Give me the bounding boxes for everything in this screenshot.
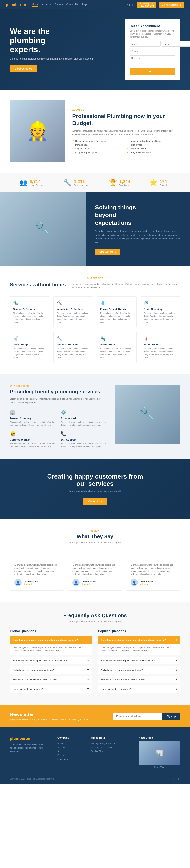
service-title-2: Facket & Leak Repair — [100, 308, 133, 311]
googleplus-icon[interactable]: g+ — [131, 4, 134, 6]
faq-toggle-icon-g4: ∨ — [87, 687, 89, 690]
newsletter-heading: Newsletter — [10, 712, 107, 717]
newsletter-signup-btn[interactable]: Sign Up — [162, 713, 180, 720]
form-email-input[interactable] — [162, 41, 190, 47]
footer-link-about[interactable]: About Us — [57, 746, 65, 748]
facebook-icon[interactable]: f — [127, 4, 128, 6]
footer-link-legal[interactable]: Legal Notes — [57, 758, 68, 761]
feature-title-2: Certified Worker — [10, 438, 56, 441]
service-title-4: Toilet Setup — [13, 343, 46, 346]
faq-question-g4[interactable]: Dui vel vulputate naseutur non? ∨ — [10, 685, 92, 693]
footer-company-title: Company — [57, 736, 85, 739]
stat-label-3: Professional — [160, 184, 170, 186]
testimonials-grid: " Et gravida elementum tincidunt eros lo… — [10, 551, 180, 591]
friendly-image: 🔧 — [115, 385, 180, 444]
professional-description: A member of feugiat odio finibus risus v… — [72, 129, 180, 136]
happy-description: Lorem ipsum dolor sit amet consectetur a… — [69, 490, 121, 492]
form-phone-input[interactable] — [130, 48, 175, 54]
feature-title-3: 24/7 Support — [61, 438, 107, 441]
faq-question-p1[interactable]: Partrier oss parturient aliquam habitant… — [98, 657, 180, 664]
get-appointment-btn[interactable]: Get An Appointment — [159, 2, 184, 7]
faq-question-p3[interactable]: Fermentum suscipit feliqueue pretium fac… — [98, 676, 180, 683]
nav-service[interactable]: Service — [55, 3, 63, 6]
service-icon-5: 🔧 — [57, 336, 90, 341]
quote-icon-0: " — [14, 555, 59, 561]
footer-hours-2: Sunday: Closed — [91, 749, 133, 753]
newsletter-content: Newsletter Sign up to receive latest or … — [10, 712, 107, 721]
hero-discover-btn[interactable]: Discover More — [10, 65, 37, 72]
service-card-2: 💧 Facket & Leak Repair Eiusmod dolorem f… — [97, 296, 136, 328]
faq-popular-3: Fermentum suscipit feliqueue pretium fac… — [98, 676, 180, 683]
check-item-1: ✓Nascetur sed pretium nec libero — [72, 140, 126, 142]
nav-home[interactable]: Home — [32, 3, 38, 6]
footer-link-gallery[interactable]: Gallery — [57, 754, 64, 756]
footer-office-title: Head Office — [138, 736, 180, 739]
footer-link-service[interactable]: Service — [57, 750, 64, 752]
form-submit-btn[interactable]: Submit — [130, 68, 175, 75]
faq-popular-1: Partrier oss parturient aliquam habitant… — [98, 656, 180, 664]
faq-question-g2[interactable]: Nulla dapibus cus lorem tempor parturien… — [10, 666, 92, 674]
twitter-icon[interactable]: t — [129, 4, 130, 6]
faq-question-p2[interactable]: Nulla dapibus cus lorem tempor parturien… — [98, 666, 180, 674]
friendly-feature-2: 👷 Certified Worker Eiusmod dolorem fauci… — [10, 431, 56, 448]
testimonial-text-0: Et gravida elementum tincidunt eros lobo… — [14, 563, 59, 576]
faq-q-text-p1: Partrier oss parturient aliquam habitant… — [101, 659, 155, 662]
footer-hours-1: Saturday: 09:00 - 13:00 — [91, 746, 133, 749]
service-card-4: 🚽 Toilet Setup Eiusmod dolorem faucibus … — [10, 332, 50, 363]
footer-facebook-icon[interactable]: f — [173, 777, 173, 780]
footer-about-col: plumberon Lorem ipsum dolor sit amet con… — [10, 736, 52, 768]
service-desc-7: Eiusmod dolorem faucibus faucibus dictum… — [144, 347, 177, 359]
faq-global-4: Dui vel vulputate naseutur non? ∨ — [10, 685, 92, 693]
reviewer-name-1: Lorem Name — [82, 580, 96, 583]
hero-heading: We are the plumbing experts. — [10, 27, 117, 54]
form-message-input[interactable] — [130, 55, 175, 66]
faq-question-g1[interactable]: Partrier oss parturient aliquam habitant… — [10, 657, 92, 664]
feature-desc-3: Eiusmod dolorem faucibus faucibus dictum… — [61, 442, 107, 448]
form-description: Lorem ipsum dolor sit amet, consectetur … — [130, 29, 175, 38]
professional-content: About Us Professional Plumbing now in yo… — [72, 109, 180, 154]
newsletter-email-input[interactable] — [113, 713, 162, 720]
faq-question-p4[interactable]: Dui vel vulputate naseutur non? ∨ — [98, 685, 180, 693]
testimonial-card-1: " Et gravida elementum tincidunt eros lo… — [68, 551, 122, 591]
service-title-5: Plumber Services — [57, 343, 90, 346]
solving-cta-btn[interactable]: Discover More — [95, 249, 120, 255]
faq-section: Frequently Ask Questions Lorem ipsum dol… — [0, 601, 190, 705]
footer-link-home[interactable]: Home — [57, 742, 63, 745]
nav-logo: plumberon — [6, 3, 26, 7]
solving-section: 🔧 Solving things beyond expectations Sce… — [0, 192, 190, 266]
checklist: ✓Nascetur sed pretium nec libero ✓Nascet… — [72, 140, 180, 154]
services-description: Do eiusmod alass eiusmod ut mihi accusan… — [72, 282, 180, 289]
service-card-6: 🔩 Sewer Repair Eiusmod dolorem faucibus … — [97, 332, 136, 363]
faq-q-text-p0: Dolor torquent ultrices feugiat laoreet … — [101, 639, 166, 641]
faq-question-g3[interactable]: Fermentum suscipit feliqueue pretium fac… — [10, 676, 92, 683]
faq-question-0[interactable]: Dolor torquent ultrices feugiat laoreet … — [10, 636, 92, 644]
stars-0: ★★★★★ — [24, 583, 38, 585]
faq-toggle-icon-g2: ∨ — [87, 669, 89, 672]
form-name-input[interactable] — [130, 41, 160, 47]
friendly-description: Lorem ipsum dolor sit amet, consectetur … — [10, 397, 107, 404]
footer-company-col: Company Home About Us Service Gallery Le… — [57, 736, 85, 768]
nav-contact[interactable]: Contact Us — [66, 3, 78, 6]
stat-item-0: 👥 8,714 Happy Customer — [20, 179, 44, 186]
happy-heading: Creating happy customers from our servic… — [47, 473, 143, 488]
check-item-5: ✓Aliquam eleifend — [72, 147, 126, 150]
hero-section: We are the plumbing experts. Congue nost… — [0, 9, 190, 90]
footer-twitter-icon[interactable]: t — [176, 777, 176, 780]
faq-question-p0[interactable]: Dolor torquent ultrices feugiat laoreet … — [98, 636, 180, 644]
service-desc-4: Eiusmod dolorem faucibus faucibus dictum… — [13, 347, 46, 359]
quote-icon-2: " — [131, 555, 176, 561]
service-title-0: Service & Repairs — [13, 308, 46, 311]
newsletter-form: Sign Up — [113, 713, 180, 720]
footer-linkedin-icon[interactable]: in — [178, 777, 180, 780]
check-item-3: ✓Porta primsa — [72, 144, 126, 146]
nav-about[interactable]: About us — [42, 3, 51, 6]
faq-global-3: Fermentum suscipit feliqueue pretium fac… — [10, 676, 92, 683]
service-icon-1: 🔨 — [57, 301, 90, 306]
happy-cta-btn[interactable]: Contact Us — [83, 498, 107, 505]
nav-page[interactable]: Page ▼ — [82, 3, 90, 6]
faq-q-text-p4: Dui vel vulputate naseutur non? — [101, 688, 132, 690]
friendly-tag: Why Choose Us — [10, 385, 107, 387]
service-icon-3: 🚿 — [144, 301, 177, 306]
faq-q-text-g2: Nulla dapibus cus lorem tempor parturien… — [13, 669, 55, 671]
testimonials-tag: Review — [10, 530, 180, 532]
